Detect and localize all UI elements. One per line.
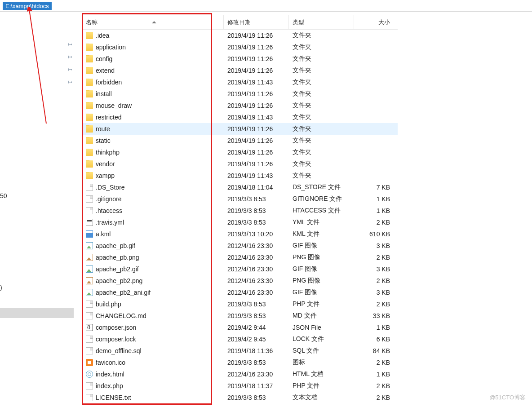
- folder-icon: [86, 125, 93, 133]
- png-icon: [86, 277, 93, 284]
- file-date: 2019/4/2 9:45: [224, 336, 289, 343]
- file-row[interactable]: xampp2019/4/19 11:43文件夹: [82, 170, 398, 181]
- column-header-name[interactable]: 名称: [82, 15, 224, 29]
- file-row[interactable]: .DS_Store2019/4/18 11:04DS_STORE 文件7 KB: [82, 181, 398, 193]
- file-size: 6 KB: [354, 336, 395, 343]
- file-row[interactable]: CHANGELOG.md2019/3/3 8:53MD 文件33 KB: [82, 310, 398, 322]
- file-date: 2019/3/3 8:53: [224, 195, 289, 203]
- file-row[interactable]: favicon.ico2019/3/3 8:53图标2 KB: [82, 357, 398, 368]
- file-row[interactable]: .travis.yml2019/3/3 8:53YML 文件2 KB: [82, 217, 398, 228]
- file-row[interactable]: .gitignore2019/3/3 8:53GITIGNORE 文件1 KB: [82, 193, 398, 205]
- file-row[interactable]: apache_pb.png2012/4/16 23:30PNG 图像2 KB: [82, 252, 398, 263]
- sort-ascending-icon: [152, 21, 156, 23]
- file-row[interactable]: index.php2019/4/18 11:37PHP 文件2 KB: [82, 380, 398, 392]
- file-size: 2 KB: [354, 219, 395, 226]
- file-row[interactable]: restricted2019/4/19 11:43文件夹: [82, 111, 398, 123]
- file-date: 2012/4/16 23:30: [224, 289, 289, 296]
- file-type: 文件夹: [289, 137, 354, 145]
- file-row[interactable]: config2019/4/19 11:26文件夹: [82, 53, 398, 65]
- kml-icon: [86, 230, 93, 238]
- file-type: 文件夹: [289, 31, 354, 40]
- file-type: 文件夹: [289, 102, 354, 110]
- file-row[interactable]: build.php2019/3/3 8:53PHP 文件2 KB: [82, 298, 398, 310]
- file-row[interactable]: vendor2019/4/19 11:26文件夹: [82, 158, 398, 170]
- pin-icon: [65, 52, 74, 61]
- file-row[interactable]: demo_offline.sql2019/4/18 11:36SQL 文件84 …: [82, 345, 398, 357]
- file-row[interactable]: apache_pb2.gif2012/4/16 23:30GIF 图像3 KB: [82, 263, 398, 275]
- file-row[interactable]: static2019/4/19 11:26文件夹: [82, 135, 398, 146]
- file-date: 2012/4/16 23:30: [224, 277, 289, 284]
- file-row[interactable]: composer.lock2019/4/2 9:45LOCK 文件6 KB: [82, 333, 398, 345]
- file-icon: [86, 382, 93, 389]
- file-date: 2019/4/19 11:26: [224, 55, 289, 62]
- file-date: 2019/4/19 11:26: [224, 32, 289, 39]
- file-size: 3 KB: [354, 289, 395, 296]
- file-type: GIF 图像: [289, 265, 354, 273]
- column-header-type[interactable]: 类型: [289, 15, 354, 29]
- pin-icon: [65, 77, 74, 86]
- file-row[interactable]: apache_pb2.png2012/4/16 23:30PNG 图像2 KB: [82, 275, 398, 287]
- file-date: 2019/4/19 11:43: [224, 172, 289, 179]
- file-row[interactable]: .htaccess2019/3/3 8:53HTACCESS 文件1 KB: [82, 205, 398, 217]
- address-path[interactable]: E:\xampp\htdocs: [3, 2, 52, 10]
- file-name: .DS_Store: [96, 184, 125, 191]
- img-icon: [86, 242, 93, 249]
- file-name: apache_pb.gif: [96, 242, 135, 249]
- left-tree-selection[interactable]: [0, 308, 74, 318]
- file-row[interactable]: application2019/4/19 11:26文件夹: [82, 41, 398, 53]
- file-icon: [86, 195, 93, 203]
- file-type: HTML 文档: [289, 370, 354, 378]
- file-name: composer.lock: [96, 336, 136, 343]
- file-row[interactable]: mouse_draw2019/4/19 11:26文件夹: [82, 100, 398, 111]
- file-date: 2019/4/19 11:43: [224, 79, 289, 86]
- file-name: forbidden: [96, 79, 122, 86]
- file-size: 2 KB: [354, 359, 395, 366]
- file-list[interactable]: 名称 修改日期 类型 大小 .idea2019/4/19 11:26文件夹app…: [82, 15, 398, 406]
- file-row[interactable]: install2019/4/19 11:26文件夹: [82, 88, 398, 100]
- address-bar[interactable]: E:\xampp\htdocs: [3, 1, 52, 10]
- file-name: restricted: [96, 114, 122, 121]
- file-name: LICENSE.txt: [96, 394, 131, 401]
- file-row[interactable]: .idea2019/4/19 11:26文件夹: [82, 30, 398, 41]
- file-type: 文件夹: [289, 172, 354, 180]
- yml-icon: [86, 219, 93, 226]
- file-date: 2019/4/18 11:36: [224, 347, 289, 354]
- file-size: 2 KB: [354, 254, 395, 261]
- column-header-date[interactable]: 修改日期: [224, 15, 289, 29]
- left-tree-fragment: ): [0, 284, 2, 291]
- file-name: thinkphp: [96, 149, 120, 156]
- file-name: demo_offline.sql: [96, 347, 142, 354]
- file-type: 文件夹: [289, 160, 354, 168]
- file-date: 2012/4/16 23:30: [224, 371, 289, 378]
- folder-icon: [86, 32, 93, 39]
- column-header-size[interactable]: 大小: [354, 15, 395, 29]
- file-date: 2019/3/3 8:53: [224, 219, 289, 226]
- file-type: 文本文档: [289, 394, 354, 402]
- file-date: 2012/4/16 23:30: [224, 242, 289, 249]
- file-row[interactable]: index.html2012/4/16 23:30HTML 文档1 KB: [82, 368, 398, 380]
- file-type: SQL 文件: [289, 347, 354, 355]
- file-row[interactable]: composer.json2019/4/2 9:44JSON File1 KB: [82, 322, 398, 333]
- file-type: JSON File: [289, 324, 354, 331]
- file-row[interactable]: apache_pb2_ani.gif2012/4/16 23:30GIF 图像3…: [82, 287, 398, 298]
- file-row[interactable]: thinkphp2019/4/19 11:26文件夹: [82, 146, 398, 158]
- file-row[interactable]: extend2019/4/19 11:26文件夹: [82, 65, 398, 76]
- file-row[interactable]: apache_pb.gif2012/4/16 23:30GIF 图像3 KB: [82, 240, 398, 252]
- file-row[interactable]: forbidden2019/4/19 11:43文件夹: [82, 76, 398, 88]
- folder-icon: [86, 114, 93, 121]
- file-row[interactable]: route2019/4/19 11:26文件夹: [82, 123, 398, 135]
- file-date: 2019/4/19 11:26: [224, 90, 289, 97]
- file-row[interactable]: a.kml2019/3/13 10:20KML 文件610 KB: [82, 228, 398, 240]
- folder-icon: [86, 149, 93, 156]
- folder-icon: [86, 160, 93, 168]
- file-name: apache_pb2.gif: [96, 265, 139, 273]
- file-name: application: [96, 44, 126, 51]
- column-header-label: 名称: [86, 18, 98, 27]
- file-type: LOCK 文件: [289, 335, 354, 343]
- file-type: 文件夹: [289, 90, 354, 98]
- file-size: 2 KB: [354, 301, 395, 308]
- file-size: 2 KB: [354, 277, 395, 284]
- column-headers[interactable]: 名称 修改日期 类型 大小: [82, 15, 398, 30]
- file-type: PHP 文件: [289, 300, 354, 308]
- file-row[interactable]: LICENSE.txt2019/3/3 8:53文本文档2 KB: [82, 392, 398, 403]
